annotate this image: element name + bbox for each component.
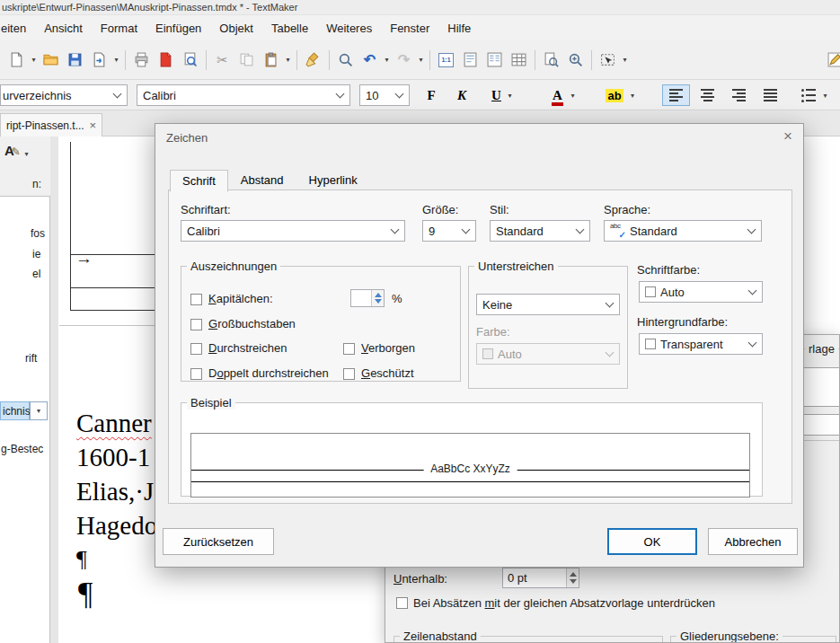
- table-button[interactable]: [507, 48, 531, 72]
- cut-button[interactable]: ✂: [210, 48, 234, 72]
- double-strikethrough-checkbox[interactable]: [190, 368, 202, 380]
- font-color-button[interactable]: A ▾: [541, 84, 589, 106]
- highlight-button[interactable]: ab ▾: [597, 84, 647, 106]
- undo-button[interactable]: ↶: [358, 48, 382, 72]
- redo-caret-icon[interactable]: ▾: [416, 56, 426, 64]
- list-item[interactable]: g-Bestec: [1, 443, 43, 455]
- list-button[interactable]: ▾: [793, 84, 838, 106]
- columns-view-button[interactable]: [482, 48, 507, 72]
- underline-button[interactable]: U ▾: [480, 84, 526, 106]
- frame-tool-button[interactable]: [596, 48, 620, 72]
- spin-up-icon[interactable]: [375, 293, 382, 297]
- undo-caret-icon[interactable]: ▾: [382, 56, 392, 64]
- tab-schrift[interactable]: Schrift: [170, 170, 228, 192]
- menu-item-objekt[interactable]: Objekt: [210, 18, 262, 39]
- small-caps-spinner[interactable]: [350, 289, 385, 307]
- document-tab[interactable]: ript-Pinassen.t... ×: [0, 113, 102, 137]
- align-left-button[interactable]: [662, 84, 690, 106]
- list-item[interactable]: fos: [31, 227, 45, 240]
- menu-item-format[interactable]: Format: [92, 18, 146, 39]
- hidden-checkbox[interactable]: [343, 343, 355, 355]
- menu-item-fenster[interactable]: Fenster: [381, 18, 438, 39]
- bold-button[interactable]: F: [419, 84, 444, 106]
- font-color-select[interactable]: Auto: [639, 281, 763, 303]
- background-color-select[interactable]: Transparent: [639, 333, 763, 355]
- strikethrough-checkbox[interactable]: [190, 343, 202, 355]
- list-item[interactable]: rift: [25, 352, 37, 365]
- menu-item-weiteres[interactable]: Weiteres: [317, 18, 381, 39]
- open-button[interactable]: [39, 48, 63, 72]
- font-color-caret-icon[interactable]: ▾: [568, 92, 578, 100]
- small-caps-checkbox[interactable]: [190, 294, 202, 305]
- chevron-down-icon: [395, 90, 404, 99]
- justify-button[interactable]: [756, 84, 784, 106]
- paragraph-style-listbox[interactable]: [802, 367, 840, 407]
- menu-item-einfuegen[interactable]: Einfügen: [146, 18, 210, 39]
- export-caret-icon[interactable]: ▾: [111, 56, 121, 64]
- list-item-selected[interactable]: ichnis: [0, 401, 30, 420]
- list-item[interactable]: el: [32, 268, 40, 280]
- list-caret-icon[interactable]: ▾: [820, 92, 830, 100]
- new-document-caret-icon[interactable]: ▾: [29, 56, 39, 64]
- underline-style-select[interactable]: Keine: [476, 294, 620, 315]
- zoom-page-button[interactable]: [539, 48, 563, 72]
- pdf-export-button[interactable]: [154, 48, 178, 72]
- align-center-button[interactable]: [694, 84, 721, 106]
- menu-item-ansicht[interactable]: Ansicht: [35, 18, 92, 39]
- background-color-value: Transparent: [660, 338, 723, 351]
- space-below-spinner[interactable]: 0 pt: [502, 568, 579, 588]
- protected-checkbox[interactable]: [343, 368, 355, 380]
- paste-button[interactable]: [259, 48, 283, 72]
- paragraph-style-combo[interactable]: [802, 414, 840, 436]
- spinner-buttons[interactable]: [371, 290, 384, 306]
- size-select[interactable]: 9: [422, 220, 476, 242]
- cancel-button[interactable]: Abbrechen: [708, 528, 798, 555]
- spin-up-icon[interactable]: [570, 572, 577, 577]
- language-select[interactable]: abc✓ Standard: [604, 220, 762, 242]
- spinner-buttons[interactable]: [566, 568, 579, 587]
- style-caret-icon[interactable]: ▾: [22, 150, 31, 158]
- style-dropdown-button[interactable]: ▾: [30, 401, 48, 420]
- redo-button[interactable]: ↷: [392, 48, 416, 72]
- text-line: Hagedo: [76, 508, 167, 542]
- zoom-button[interactable]: [563, 48, 588, 72]
- italic-button[interactable]: K: [449, 84, 474, 106]
- spin-down-icon[interactable]: [375, 299, 382, 304]
- format-painter-button[interactable]: [301, 48, 325, 72]
- new-document-button[interactable]: [4, 48, 29, 72]
- export-button[interactable]: [87, 48, 111, 72]
- paste-caret-icon[interactable]: ▾: [283, 56, 293, 64]
- edit-style-button[interactable]: A ✎ ▾: [4, 143, 31, 158]
- font-select[interactable]: Calibri: [181, 220, 405, 242]
- paragraph-style-select[interactable]: urverzeichnis: [0, 84, 128, 106]
- reset-button[interactable]: Zurücksetzen: [163, 528, 274, 555]
- tab-abstand[interactable]: Abstand: [228, 169, 296, 191]
- font-size-select[interactable]: 10: [359, 84, 410, 106]
- page-view-button[interactable]: [458, 48, 482, 72]
- copy-button[interactable]: [234, 48, 259, 72]
- frame-tool-caret-icon[interactable]: ▾: [620, 56, 630, 64]
- edit-mode-button[interactable]: [823, 48, 840, 72]
- suppress-space-checkbox[interactable]: [396, 597, 408, 609]
- spin-down-icon[interactable]: [570, 579, 577, 584]
- save-button[interactable]: [63, 48, 87, 72]
- print-preview-button[interactable]: [178, 48, 202, 72]
- search-button[interactable]: [333, 48, 358, 72]
- highlight-caret-icon[interactable]: ▾: [628, 92, 638, 100]
- print-button[interactable]: [129, 48, 154, 72]
- align-right-button[interactable]: [725, 84, 753, 106]
- tab-close-icon[interactable]: ×: [89, 119, 96, 131]
- uppercase-checkbox[interactable]: [190, 319, 202, 330]
- tab-hyperlink[interactable]: Hyperlink: [296, 169, 370, 191]
- underline-color-select[interactable]: Auto: [476, 343, 620, 365]
- font-name-select[interactable]: Calibri: [137, 84, 350, 106]
- list-item[interactable]: ie: [32, 248, 40, 260]
- menu-item-bearbeiten[interactable]: eiten: [0, 18, 35, 39]
- underline-caret-icon[interactable]: ▾: [505, 92, 515, 100]
- dialog-close-button[interactable]: ×: [783, 128, 792, 144]
- menu-item-hilfe[interactable]: Hilfe: [438, 18, 480, 39]
- style-select[interactable]: Standard: [490, 220, 590, 242]
- ok-button[interactable]: OK: [607, 528, 697, 555]
- menu-item-tabelle[interactable]: Tabelle: [262, 18, 317, 39]
- actual-size-button[interactable]: 1:1: [434, 48, 458, 72]
